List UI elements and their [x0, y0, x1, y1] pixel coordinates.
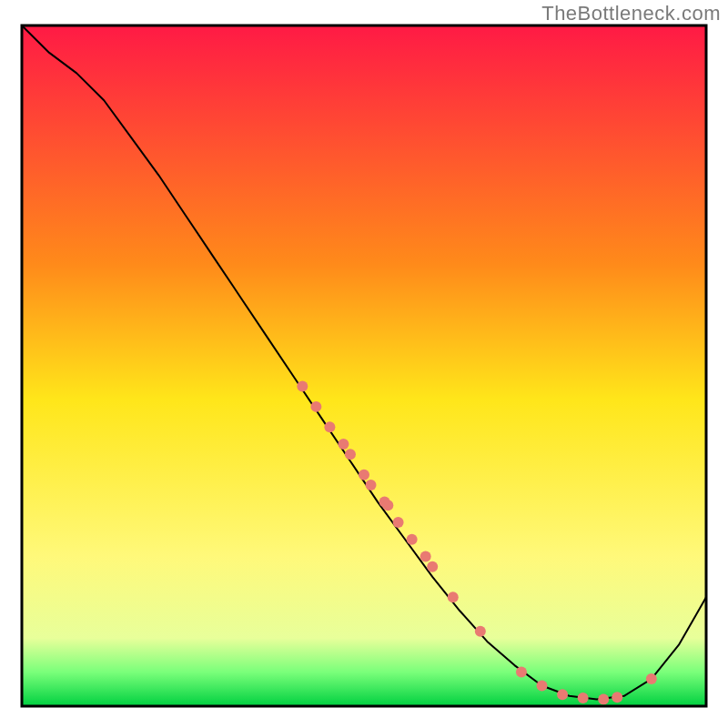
- data-point: [598, 694, 609, 705]
- chart-container: TheBottleneck.com: [0, 0, 728, 728]
- data-point: [324, 421, 335, 432]
- data-point: [359, 470, 369, 480]
- data-point: [338, 439, 349, 450]
- watermark-text: TheBottleneck.com: [541, 2, 721, 25]
- data-point: [407, 534, 418, 545]
- data-point: [557, 689, 568, 700]
- data-point: [345, 449, 356, 460]
- data-point: [420, 551, 431, 561]
- data-point: [448, 592, 459, 602]
- data-point: [516, 667, 527, 678]
- data-point: [578, 693, 589, 703]
- data-point: [366, 480, 377, 490]
- data-point: [646, 673, 657, 684]
- data-point: [612, 692, 622, 703]
- data-point: [427, 561, 438, 572]
- data-point: [537, 681, 548, 692]
- data-point: [297, 380, 308, 391]
- data-point: [393, 517, 404, 528]
- data-point: [382, 500, 393, 511]
- data-point: [310, 401, 321, 412]
- data-point: [475, 626, 486, 637]
- bottleneck-chart: [0, 0, 728, 728]
